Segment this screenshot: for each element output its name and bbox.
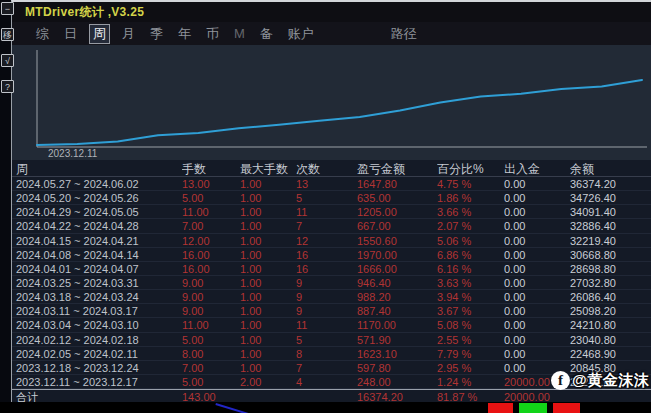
cell-balance: 28698.80 (570, 262, 651, 275)
cell-max_lots: 2.00 (240, 375, 296, 388)
cell-balance: 32886.40 (570, 219, 651, 232)
cell-count: 7 (296, 361, 357, 374)
menu-item-日[interactable]: 日 (61, 25, 80, 43)
cell-lots: 13.00 (182, 177, 240, 190)
table-row[interactable]: 2024.03.18 ~ 2024.03.249.001.009988.203.… (12, 290, 651, 304)
cell-period: 2024.05.27 ~ 2024.06.02 (16, 177, 182, 190)
table-row[interactable]: 2024.02.05 ~ 2024.02.118.001.0081623.107… (12, 347, 651, 361)
cell-profit: 946.40 (357, 276, 437, 289)
table-row[interactable]: 2024.04.29 ~ 2024.05.0511.001.00111205.0… (12, 205, 651, 219)
menu-item-备[interactable]: 备 (257, 25, 276, 43)
minimize-button[interactable]: − (1, 2, 14, 15)
menu-item-月[interactable]: 月 (119, 25, 138, 43)
cell-max_lots: 1.00 (240, 347, 296, 360)
cell-lots: 11.00 (182, 318, 240, 331)
cell-balance: 23040.80 (570, 333, 651, 346)
cell-lots: 11.00 (182, 205, 240, 218)
cell-deposit: 0.00 (504, 205, 570, 218)
cell-deposit: 0.00 (504, 304, 570, 317)
cell-balance: 34091.40 (570, 205, 651, 218)
cell-deposit: 0.00 (504, 248, 570, 261)
cell-balance: 27032.80 (570, 276, 651, 289)
column-header: 最大手数 (240, 162, 296, 176)
facebook-icon: f (551, 371, 570, 390)
menu-item-路径[interactable]: 路径 (388, 25, 420, 43)
cell-balance: 25098.20 (570, 304, 651, 317)
cell-lots: 7.00 (182, 361, 240, 374)
column-header: 盈亏金额 (357, 162, 437, 176)
check-button[interactable]: √ (1, 54, 14, 67)
table-row[interactable]: 2024.05.27 ~ 2024.06.0213.001.00131647.8… (12, 177, 651, 191)
column-header: 百分比% (437, 162, 504, 176)
table-row[interactable]: 2024.03.25 ~ 2024.03.319.001.009946.403.… (12, 276, 651, 290)
cell-deposit: 0.00 (504, 318, 570, 331)
candle-red-1 (488, 403, 513, 413)
cell-profit: 1647.80 (357, 177, 437, 190)
cell-period: 2024.04.01 ~ 2024.04.07 (16, 262, 182, 275)
cell-percent: 2.07 % (437, 219, 504, 232)
cell-deposit: 0.00 (504, 191, 570, 204)
cell-deposit: 0.00 (504, 262, 570, 275)
cell-count: 16 (296, 262, 357, 275)
move-button[interactable]: 移 (1, 28, 14, 41)
cell-profit: 1205.00 (357, 205, 437, 218)
cell-period: 2024.03.25 ~ 2024.03.31 (16, 276, 182, 289)
stats-window: MTDriver统计 ,V3.25 综日周月季年币M备账户路径 2023.12.… (11, 0, 651, 402)
equity-curve-svg: 2023.12.11 (12, 45, 651, 160)
column-header: 出入金 (504, 162, 570, 176)
column-header: 次数 (296, 162, 357, 176)
cell-count: 5 (296, 191, 357, 204)
candle-green (519, 403, 547, 413)
cell-percent: 2.55 % (437, 333, 504, 346)
table-row[interactable]: 2024.02.12 ~ 2024.02.185.001.005571.902.… (12, 333, 651, 347)
menu-item-账户[interactable]: 账户 (285, 25, 317, 43)
cell-period: 2024.05.20 ~ 2024.05.26 (16, 191, 182, 204)
menu-item-周[interactable]: 周 (89, 24, 110, 44)
table-row[interactable]: 2024.05.20 ~ 2024.05.265.001.005635.001.… (12, 191, 651, 205)
cell-lots: 12.00 (182, 234, 240, 247)
cell-max_lots: 1.00 (240, 205, 296, 218)
menu-item-综[interactable]: 综 (33, 25, 52, 43)
cell-lots: 9.00 (182, 304, 240, 317)
cell-profit: 1970.00 (357, 248, 437, 261)
screen: − 移 √ ? MTDriver统计 ,V3.25 综日周月季年币M备账户路径 … (0, 0, 651, 413)
table-row[interactable]: 2024.04.01 ~ 2024.04.0716.001.00161666.0… (12, 262, 651, 276)
cell-profit: 1550.60 (357, 234, 437, 247)
menu-item-M[interactable]: M (231, 26, 248, 41)
cell-lots: 5.00 (182, 191, 240, 204)
cell-period: 2024.04.08 ~ 2024.04.14 (16, 248, 182, 261)
cell-max_lots: 1.00 (240, 248, 296, 261)
table-row[interactable]: 2024.03.04 ~ 2024.03.1011.001.00111170.0… (12, 318, 651, 332)
menu-item-币[interactable]: 币 (203, 25, 222, 43)
cell-percent: 6.86 % (437, 248, 504, 261)
table-row[interactable]: 2024.04.08 ~ 2024.04.1416.001.00161970.0… (12, 248, 651, 262)
cell-deposit: 0.00 (504, 219, 570, 232)
cell-deposit: 0.00 (504, 333, 570, 346)
cell-percent: 4.75 % (437, 177, 504, 190)
cell-period: 2024.03.11 ~ 2024.03.17 (16, 304, 182, 317)
table-row[interactable]: 2024.04.15 ~ 2024.04.2112.001.00121550.6… (12, 234, 651, 248)
cell-max_lots: 1.00 (240, 177, 296, 190)
cell-lots: 5.00 (182, 333, 240, 346)
candle-red-2 (553, 403, 580, 413)
help-button[interactable]: ? (1, 80, 14, 93)
window-title: MTDriver统计 ,V3.25 (25, 5, 144, 19)
column-header: 余额 (570, 162, 651, 176)
stats-table-body: 2024.05.27 ~ 2024.06.0213.001.00131647.8… (12, 177, 651, 403)
cell-count: 8 (296, 347, 357, 360)
cell-percent: 5.06 % (437, 234, 504, 247)
cell-percent: 3.63 % (437, 276, 504, 289)
cell-profit: 571.90 (357, 333, 437, 346)
cell-period: 2024.03.18 ~ 2024.03.24 (16, 290, 182, 303)
cell-profit: 248.00 (357, 375, 437, 388)
window-titlebar[interactable]: MTDriver统计 ,V3.25 (12, 2, 651, 22)
cell-max_lots: 1.00 (240, 234, 296, 247)
cell-period: 2023.12.11 ~ 2023.12.17 (16, 375, 182, 388)
cell-period: 2023.12.18 ~ 2023.12.24 (16, 361, 182, 374)
table-row[interactable]: 2024.03.11 ~ 2024.03.179.001.009887.403.… (12, 304, 651, 318)
cell-profit: 635.00 (357, 191, 437, 204)
menu-item-季[interactable]: 季 (147, 25, 166, 43)
menu-item-年[interactable]: 年 (175, 25, 194, 43)
table-row[interactable]: 2024.04.22 ~ 2024.04.287.001.007667.002.… (12, 219, 651, 233)
cell-lots: 9.00 (182, 290, 240, 303)
